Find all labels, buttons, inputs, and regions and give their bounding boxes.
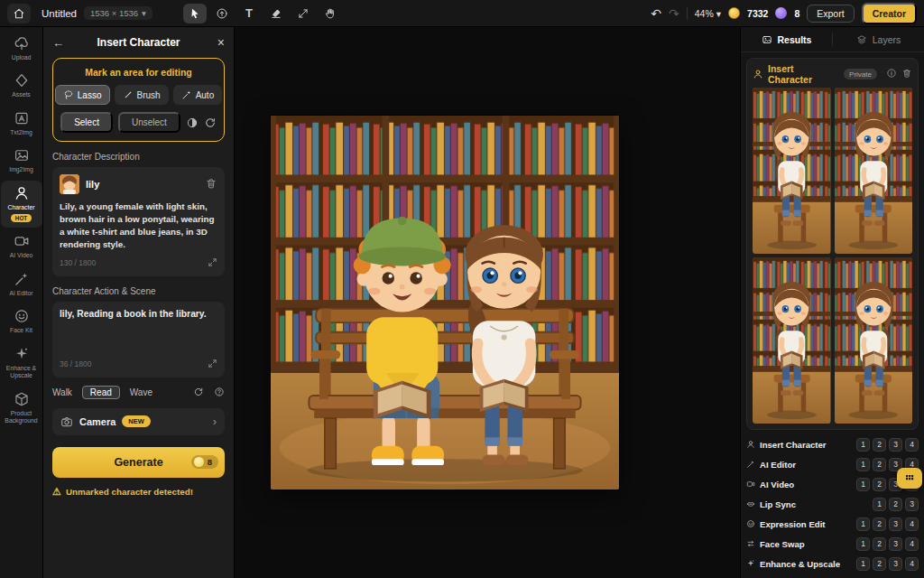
panel-header: ← Insert Character × <box>52 27 225 58</box>
auto-tool-button[interactable]: Auto <box>173 85 223 105</box>
sidebar-item-ai-video[interactable]: AI Video <box>1 228 42 265</box>
slot-button[interactable]: 4 <box>905 557 919 571</box>
slot-button[interactable]: 4 <box>905 517 919 531</box>
preset-walk[interactable]: Walk <box>52 387 72 397</box>
resize-tool-button[interactable] <box>291 4 315 23</box>
unselect-button[interactable]: Unselect <box>118 112 180 133</box>
preset-read[interactable]: Read <box>82 386 120 399</box>
expand-description-icon[interactable] <box>208 257 217 269</box>
canvas-area[interactable] <box>235 27 740 578</box>
upscale-tool-button[interactable] <box>210 4 234 23</box>
right-tabs: Results Layers <box>741 27 924 52</box>
private-badge: Private <box>844 69 877 79</box>
slot-button[interactable]: 2 <box>873 557 886 571</box>
feedback-bubble[interactable] <box>897 468 922 489</box>
reset-selection-icon[interactable] <box>204 117 217 129</box>
slot-button[interactable]: 4 <box>905 438 919 452</box>
lasso-tool-button[interactable]: Lasso <box>55 85 110 105</box>
help-icon[interactable] <box>214 387 225 397</box>
description-section-label: Character Description <box>52 152 225 162</box>
tab-layers[interactable]: Layers <box>833 27 924 51</box>
character-description-text[interactable]: Lily, a young female with light skin, br… <box>60 200 217 251</box>
gem-balance: 8 <box>794 8 799 19</box>
new-badge: NEW <box>122 415 151 427</box>
action-scene-text: lily, Reading a book in the library. <box>60 309 217 319</box>
slot-button[interactable]: 2 <box>889 498 902 511</box>
sidebar-item-ai-editor[interactable]: AI Editor <box>1 266 42 303</box>
result-card-header: Insert Character Private <box>753 64 912 84</box>
slot-button[interactable]: 2 <box>873 478 886 491</box>
result-thumbnail-2[interactable] <box>835 88 913 254</box>
brush-tool-button[interactable]: Brush <box>115 85 169 105</box>
slot-button[interactable]: 2 <box>873 517 886 531</box>
sidebar-item-upload[interactable]: Upload <box>1 31 42 67</box>
export-button[interactable]: Export <box>807 5 854 23</box>
close-icon[interactable]: × <box>208 35 225 50</box>
undo-icon[interactable]: ↶ <box>651 7 661 20</box>
text-tool-button[interactable]: T <box>237 4 261 23</box>
back-icon[interactable]: ← <box>52 36 69 50</box>
creator-button[interactable]: Creator <box>862 3 917 24</box>
slot-button[interactable]: 3 <box>889 517 902 531</box>
sidebar-item-assets[interactable]: Assets <box>1 68 42 104</box>
delete-result-icon[interactable] <box>901 68 912 80</box>
lips-icon <box>746 499 755 508</box>
video-icon <box>746 480 755 489</box>
select-tool-button[interactable] <box>183 4 207 23</box>
shuffle-presets-icon[interactable] <box>193 387 204 397</box>
slot-button[interactable]: 3 <box>889 557 902 571</box>
info-icon[interactable] <box>886 68 897 80</box>
generate-button[interactable]: Generate 8 <box>52 447 225 478</box>
slot-button[interactable]: 2 <box>873 438 886 452</box>
hand-tool-button[interactable] <box>319 4 342 23</box>
action-section-label: Character Action & Scene <box>52 286 225 296</box>
slot-button[interactable]: 1 <box>856 438 870 452</box>
chevron-right-icon: › <box>213 415 217 428</box>
slot-button[interactable]: 1 <box>856 557 870 571</box>
result-thumbnail-4[interactable] <box>835 257 913 424</box>
result-thumbnail-1[interactable] <box>753 88 831 254</box>
character-thumbnail[interactable] <box>60 174 79 194</box>
chevron-down-icon: ▾ <box>716 8 721 19</box>
sidebar-item-txt2img[interactable]: Txt2Img <box>1 106 42 142</box>
slot-button[interactable]: 2 <box>873 537 886 551</box>
action-scene-input[interactable]: lily, Reading a book in the library. 36 … <box>52 302 225 378</box>
expand-action-icon[interactable] <box>208 359 217 370</box>
tab-results[interactable]: Results <box>741 27 832 51</box>
sidebar-item-img2img[interactable]: Img2Img <box>1 143 42 179</box>
zoom-dropdown[interactable]: 44% ▾ <box>695 8 721 19</box>
preset-wave[interactable]: Wave <box>130 387 152 397</box>
canvas-size-dropdown[interactable]: 1536 × 1536 ▾ <box>84 6 152 20</box>
slot-button[interactable]: 1 <box>856 478 870 491</box>
sidebar-item-character[interactable]: Character HOT <box>1 181 42 228</box>
gem-icon <box>775 7 787 19</box>
canvas-size-value: 1536 × 1536 <box>90 8 138 18</box>
eraser-tool-button[interactable] <box>264 4 288 23</box>
slot-button[interactable]: 1 <box>856 517 870 531</box>
slot-button[interactable]: 1 <box>856 537 870 551</box>
home-button[interactable] <box>7 4 31 23</box>
redo-icon[interactable]: ↷ <box>669 7 679 20</box>
slot-button[interactable]: 3 <box>889 537 902 551</box>
slot-button[interactable]: 1 <box>856 458 870 471</box>
sidebar-item-face-kit[interactable]: Face Kit <box>1 303 42 340</box>
tool-row-expression-edit: Expression Edit 1 2 3 4 <box>746 515 919 533</box>
insert-character-panel: ← Insert Character × Mark an area for ed… <box>43 27 235 578</box>
mark-area-box: Mark an area for editing Lasso Brush Aut… <box>52 58 225 142</box>
warning-row: ⚠ Unmarked character detected! <box>52 486 225 498</box>
coin-balance: 7332 <box>747 8 768 19</box>
sidebar-item-product-background[interactable]: Product Background <box>1 387 42 431</box>
delete-character-icon[interactable] <box>205 177 217 191</box>
invert-selection-icon[interactable] <box>186 117 199 129</box>
canvas-image[interactable] <box>271 116 619 489</box>
slot-button[interactable]: 1 <box>873 498 886 511</box>
slot-button[interactable]: 4 <box>905 537 919 551</box>
slot-button[interactable]: 3 <box>905 498 919 511</box>
select-button[interactable]: Select <box>60 112 113 133</box>
slot-button[interactable]: 3 <box>889 438 902 452</box>
camera-row[interactable]: Camera NEW › <box>52 408 225 435</box>
mark-area-title: Mark an area for editing <box>85 67 191 78</box>
slot-button[interactable]: 2 <box>873 458 886 471</box>
sidebar-item-enhance-upscale[interactable]: Enhance & Upscale <box>1 341 42 386</box>
result-thumbnail-3[interactable] <box>753 257 831 424</box>
